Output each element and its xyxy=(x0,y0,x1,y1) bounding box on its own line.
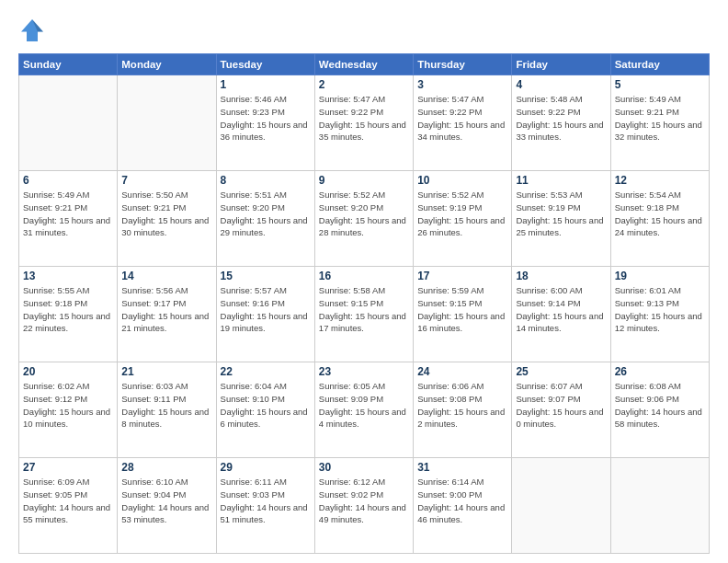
day-number: 23 xyxy=(319,365,409,378)
calendar-cell: 30Sunrise: 6:12 AMSunset: 9:02 PMDayligh… xyxy=(314,458,413,554)
day-info: Sunrise: 6:00 AMSunset: 9:14 PMDaylight:… xyxy=(516,284,606,335)
logo xyxy=(18,17,50,44)
calendar-cell: 6Sunrise: 5:49 AMSunset: 9:21 PMDaylight… xyxy=(19,171,118,267)
calendar-cell: 14Sunrise: 5:56 AMSunset: 9:17 PMDayligh… xyxy=(118,267,216,362)
calendar-cell: 27Sunrise: 6:09 AMSunset: 9:05 PMDayligh… xyxy=(19,458,118,554)
calendar-cell: 29Sunrise: 6:11 AMSunset: 9:03 PMDayligh… xyxy=(216,458,314,554)
day-info: Sunrise: 6:07 AMSunset: 9:07 PMDaylight:… xyxy=(516,380,606,431)
calendar-cell xyxy=(118,75,216,171)
calendar-cell xyxy=(19,75,118,171)
day-info: Sunrise: 6:11 AMSunset: 9:03 PMDaylight:… xyxy=(221,476,311,526)
calendar-cell: 9Sunrise: 5:52 AMSunset: 9:20 PMDaylight… xyxy=(314,171,413,267)
day-info: Sunrise: 5:49 AMSunset: 9:21 PMDaylight:… xyxy=(23,189,113,239)
day-number: 11 xyxy=(516,174,606,187)
col-header-thursday: Thursday xyxy=(414,54,512,75)
calendar-cell: 28Sunrise: 6:10 AMSunset: 9:04 PMDayligh… xyxy=(118,458,216,554)
day-number: 3 xyxy=(417,78,507,91)
col-header-friday: Friday xyxy=(512,54,610,75)
day-info: Sunrise: 5:50 AMSunset: 9:21 PMDaylight:… xyxy=(121,189,211,239)
day-number: 22 xyxy=(221,365,311,378)
day-info: Sunrise: 5:59 AMSunset: 9:15 PMDaylight:… xyxy=(417,284,507,335)
day-number: 30 xyxy=(319,461,409,474)
calendar-cell: 16Sunrise: 5:58 AMSunset: 9:15 PMDayligh… xyxy=(314,267,413,362)
day-number: 18 xyxy=(516,270,606,282)
calendar-cell: 13Sunrise: 5:55 AMSunset: 9:18 PMDayligh… xyxy=(19,267,118,362)
day-info: Sunrise: 6:10 AMSunset: 9:04 PMDaylight:… xyxy=(121,476,211,526)
day-number: 7 xyxy=(121,174,211,187)
day-number: 25 xyxy=(516,365,606,378)
calendar-week-row: 13Sunrise: 5:55 AMSunset: 9:18 PMDayligh… xyxy=(19,267,710,362)
calendar-cell: 5Sunrise: 5:49 AMSunset: 9:21 PMDaylight… xyxy=(610,75,709,171)
day-info: Sunrise: 5:56 AMSunset: 9:17 PMDaylight:… xyxy=(121,284,211,335)
header xyxy=(18,17,710,44)
day-number: 29 xyxy=(221,461,311,474)
day-info: Sunrise: 6:09 AMSunset: 9:05 PMDaylight:… xyxy=(23,476,113,526)
day-number: 16 xyxy=(319,270,409,282)
day-number: 12 xyxy=(615,174,705,187)
day-number: 19 xyxy=(615,270,705,282)
day-number: 27 xyxy=(23,461,113,474)
calendar-cell: 1Sunrise: 5:46 AMSunset: 9:23 PMDaylight… xyxy=(216,75,314,171)
day-info: Sunrise: 6:05 AMSunset: 9:09 PMDaylight:… xyxy=(319,380,409,431)
day-number: 15 xyxy=(221,270,311,282)
day-number: 14 xyxy=(121,270,211,282)
calendar-cell xyxy=(610,458,709,554)
calendar-cell: 3Sunrise: 5:47 AMSunset: 9:22 PMDaylight… xyxy=(414,75,512,171)
calendar-cell: 24Sunrise: 6:06 AMSunset: 9:08 PMDayligh… xyxy=(414,362,512,458)
day-number: 26 xyxy=(615,365,705,378)
day-number: 10 xyxy=(417,174,507,187)
calendar-cell: 15Sunrise: 5:57 AMSunset: 9:16 PMDayligh… xyxy=(216,267,314,362)
day-number: 5 xyxy=(615,78,705,91)
day-info: Sunrise: 5:58 AMSunset: 9:15 PMDaylight:… xyxy=(319,284,409,335)
day-info: Sunrise: 5:51 AMSunset: 9:20 PMDaylight:… xyxy=(221,189,311,239)
day-number: 2 xyxy=(319,78,409,91)
calendar-cell: 31Sunrise: 6:14 AMSunset: 9:00 PMDayligh… xyxy=(414,458,512,554)
day-number: 17 xyxy=(417,270,507,282)
day-info: Sunrise: 6:06 AMSunset: 9:08 PMDaylight:… xyxy=(417,380,507,431)
col-header-monday: Monday xyxy=(118,54,216,75)
calendar-week-row: 20Sunrise: 6:02 AMSunset: 9:12 PMDayligh… xyxy=(19,362,710,458)
day-number: 8 xyxy=(221,174,311,187)
calendar-cell: 8Sunrise: 5:51 AMSunset: 9:20 PMDaylight… xyxy=(216,171,314,267)
day-info: Sunrise: 5:47 AMSunset: 9:22 PMDaylight:… xyxy=(417,93,507,144)
day-number: 4 xyxy=(516,78,606,91)
day-number: 28 xyxy=(121,461,211,474)
day-info: Sunrise: 6:03 AMSunset: 9:11 PMDaylight:… xyxy=(121,380,211,431)
calendar-week-row: 27Sunrise: 6:09 AMSunset: 9:05 PMDayligh… xyxy=(19,458,710,554)
day-number: 9 xyxy=(319,174,409,187)
day-info: Sunrise: 6:04 AMSunset: 9:10 PMDaylight:… xyxy=(221,380,311,431)
calendar-cell xyxy=(512,458,610,554)
calendar-cell: 26Sunrise: 6:08 AMSunset: 9:06 PMDayligh… xyxy=(610,362,709,458)
day-info: Sunrise: 5:52 AMSunset: 9:20 PMDaylight:… xyxy=(319,189,409,239)
calendar-cell: 10Sunrise: 5:52 AMSunset: 9:19 PMDayligh… xyxy=(414,171,512,267)
day-info: Sunrise: 6:14 AMSunset: 9:00 PMDaylight:… xyxy=(417,476,507,526)
day-info: Sunrise: 5:47 AMSunset: 9:22 PMDaylight:… xyxy=(319,93,409,144)
day-info: Sunrise: 5:54 AMSunset: 9:18 PMDaylight:… xyxy=(615,189,705,239)
day-number: 6 xyxy=(23,174,113,187)
calendar-cell: 2Sunrise: 5:47 AMSunset: 9:22 PMDaylight… xyxy=(314,75,413,171)
day-info: Sunrise: 6:08 AMSunset: 9:06 PMDaylight:… xyxy=(615,380,705,431)
calendar-cell: 22Sunrise: 6:04 AMSunset: 9:10 PMDayligh… xyxy=(216,362,314,458)
col-header-tuesday: Tuesday xyxy=(216,54,314,75)
calendar-cell: 12Sunrise: 5:54 AMSunset: 9:18 PMDayligh… xyxy=(610,171,709,267)
calendar-cell: 4Sunrise: 5:48 AMSunset: 9:22 PMDaylight… xyxy=(512,75,610,171)
day-number: 1 xyxy=(221,78,311,91)
day-number: 13 xyxy=(23,270,113,282)
day-info: Sunrise: 6:12 AMSunset: 9:02 PMDaylight:… xyxy=(319,476,409,526)
day-number: 21 xyxy=(121,365,211,378)
day-info: Sunrise: 5:46 AMSunset: 9:23 PMDaylight:… xyxy=(221,93,311,144)
calendar-cell: 17Sunrise: 5:59 AMSunset: 9:15 PMDayligh… xyxy=(414,267,512,362)
day-number: 20 xyxy=(23,365,113,378)
day-info: Sunrise: 5:49 AMSunset: 9:21 PMDaylight:… xyxy=(615,93,705,144)
calendar-cell: 25Sunrise: 6:07 AMSunset: 9:07 PMDayligh… xyxy=(512,362,610,458)
calendar-cell: 7Sunrise: 5:50 AMSunset: 9:21 PMDaylight… xyxy=(118,171,216,267)
day-info: Sunrise: 5:52 AMSunset: 9:19 PMDaylight:… xyxy=(417,189,507,239)
day-info: Sunrise: 5:53 AMSunset: 9:19 PMDaylight:… xyxy=(516,189,606,239)
calendar-week-row: 6Sunrise: 5:49 AMSunset: 9:21 PMDaylight… xyxy=(19,171,710,267)
calendar-cell: 20Sunrise: 6:02 AMSunset: 9:12 PMDayligh… xyxy=(19,362,118,458)
page: SundayMondayTuesdayWednesdayThursdayFrid… xyxy=(0,0,728,563)
calendar-week-row: 1Sunrise: 5:46 AMSunset: 9:23 PMDaylight… xyxy=(19,75,710,171)
col-header-sunday: Sunday xyxy=(19,54,118,75)
day-number: 31 xyxy=(417,461,507,474)
logo-icon xyxy=(18,17,46,44)
